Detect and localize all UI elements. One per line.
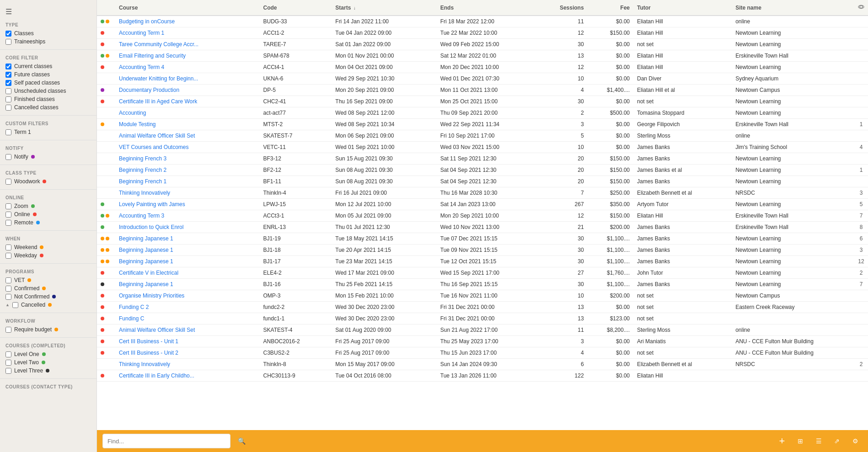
table-row[interactable]: Beginning French 2BF2-12Sun 08 Aug 2021 … — [97, 165, 868, 176]
settings-button[interactable]: ⚙ — [848, 434, 863, 448]
table-row[interactable]: Taree Community College Accr...TAREE-7Sa… — [97, 39, 868, 50]
row-course-name[interactable]: Organise Ministry Priorities — [115, 290, 260, 302]
sidebar-item-weekday[interactable]: Weekday — [5, 251, 91, 260]
remote-checkbox[interactable] — [5, 220, 11, 226]
col-starts[interactable]: Starts ↓ — [332, 0, 436, 16]
sidebar-item-require-budget[interactable]: Require budget — [5, 325, 91, 334]
woodwork-checkbox[interactable] — [5, 179, 11, 185]
row-course-name[interactable]: Thinking Innovatively — [115, 187, 260, 199]
row-course-name[interactable]: VET Courses and Outcomes — [115, 142, 260, 153]
sidebar-item-notify[interactable]: Notify — [5, 153, 91, 161]
row-course-name[interactable]: Beginning Japanese 1 — [115, 233, 260, 245]
row-course-name[interactable]: Funding C 2 — [115, 302, 260, 313]
zoom-checkbox[interactable] — [5, 203, 11, 209]
table-row[interactable]: Beginning Japanese 1BJ1-17Tue 23 Mar 202… — [97, 256, 868, 267]
table-row[interactable]: Certificate V in ElectricalELE4-2Wed 17 … — [97, 267, 868, 279]
sidebar-item-level-two[interactable]: Level Two — [5, 358, 91, 367]
col-code[interactable]: Code — [260, 0, 332, 16]
table-row[interactable]: Cert III Business - Unit 1ANBOC2016-2Fri… — [97, 336, 868, 347]
level-one-checkbox[interactable] — [5, 351, 11, 357]
sidebar-item-confirmed[interactable]: Confirmed — [5, 284, 91, 292]
table-row[interactable]: Cert III Business - Unit 2C3BUS2-2Fri 25… — [97, 347, 868, 359]
row-course-name[interactable]: Documentary Production — [115, 85, 260, 96]
list-view-button[interactable]: ☰ — [811, 434, 826, 448]
cancelled-checkbox[interactable] — [5, 105, 11, 111]
col-course[interactable]: Course — [115, 0, 260, 16]
finished-checkbox[interactable] — [5, 96, 11, 102]
search-input[interactable] — [102, 434, 230, 448]
unscheduled-checkbox[interactable] — [5, 88, 11, 94]
vet-checkbox[interactable] — [5, 277, 11, 283]
table-row[interactable]: Beginning Japanese 1BJ1-16Thu 25 Feb 202… — [97, 279, 868, 290]
search-icon-btn[interactable]: 🔍 — [234, 434, 249, 448]
table-row[interactable]: Introduction to Quick EnrolENRL-13Thu 01… — [97, 222, 868, 233]
sidebar-item-term1[interactable]: Term 1 — [5, 128, 91, 136]
row-course-name[interactable]: Animal Welfare Officer Skill Set — [115, 130, 260, 142]
sidebar-item-not-confirmed[interactable]: Not Confirmed — [5, 292, 91, 301]
table-row[interactable]: Animal Welfare Officer Skill SetSKATEST-… — [97, 324, 868, 336]
row-course-name[interactable]: Beginning Japanese 1 — [115, 279, 260, 290]
row-course-name[interactable]: Beginning French 2 — [115, 165, 260, 176]
sidebar-item-online[interactable]: Online — [5, 210, 91, 218]
table-row[interactable]: Funding C 2fundc2-2Wed 30 Dec 2020 23:00… — [97, 302, 868, 313]
col-sessions[interactable]: Sessions — [541, 0, 587, 16]
term1-checkbox[interactable] — [5, 129, 11, 135]
weekday-checkbox[interactable] — [5, 253, 11, 259]
row-course-name[interactable]: Funding C — [115, 313, 260, 324]
row-course-name[interactable]: Lovely Painting with James — [115, 199, 260, 210]
weekend-checkbox[interactable] — [5, 245, 11, 250]
self-paced-checkbox[interactable] — [5, 80, 11, 86]
row-course-name[interactable]: Accounting Term 3 — [115, 210, 260, 222]
table-row[interactable]: Organise Ministry PrioritiesOMP-3Mon 15 … — [97, 290, 868, 302]
row-course-name[interactable]: Underwater Knitting for Beginn... — [115, 73, 260, 85]
sidebar-item-weekend[interactable]: Weekend — [5, 243, 91, 251]
row-course-name[interactable]: Introduction to Quick Enrol — [115, 222, 260, 233]
row-course-name[interactable]: Accounting — [115, 107, 260, 119]
row-course-name[interactable]: Email Filtering and Security — [115, 50, 260, 62]
table-row[interactable]: Accounting Term 4ACCt4-1Mon 04 Oct 2021 … — [97, 62, 868, 73]
sidebar-item-level-three[interactable]: Level Three — [5, 367, 91, 375]
col-fee[interactable]: Fee — [588, 0, 633, 16]
confirmed-checkbox[interactable] — [5, 286, 11, 292]
sidebar-item-unscheduled[interactable]: Unscheduled classes — [5, 87, 91, 95]
cancelled-program-checkbox[interactable] — [12, 302, 18, 308]
sidebar-item-level-one[interactable]: Level One — [5, 350, 91, 358]
table-row[interactable]: Lovely Painting with JamesLPWJ-15Mon 12 … — [97, 199, 868, 210]
row-course-name[interactable]: Budgeting in onCourse — [115, 16, 260, 27]
row-course-name[interactable]: Taree Community College Accr... — [115, 39, 260, 50]
row-course-name[interactable]: Accounting Term 1 — [115, 27, 260, 39]
table-row[interactable]: Accounting Term 1ACCt1-2Tue 04 Jan 2022 … — [97, 27, 868, 39]
current-classes-checkbox[interactable] — [5, 64, 11, 69]
row-course-name[interactable]: Cert III Business - Unit 2 — [115, 347, 260, 359]
table-row[interactable]: Beginning Japanese 1BJ1-19Tue 18 May 202… — [97, 233, 868, 245]
table-row[interactable]: Thinking InnovativelyThinkIn-8Mon 15 May… — [97, 359, 868, 370]
sidebar-item-current-classes[interactable]: Current classes — [5, 62, 91, 70]
table-row[interactable]: Module TestingMTST-2Wed 08 Sep 2021 10:3… — [97, 119, 868, 130]
table-row[interactable]: Certificate III in Early Childho...CHC30… — [97, 370, 868, 382]
row-course-name[interactable]: Thinking Innovatively — [115, 359, 260, 370]
table-row[interactable]: Funding Cfundc1-1Wed 30 Dec 2020 23:00Fr… — [97, 313, 868, 324]
require-budget-checkbox[interactable] — [5, 327, 11, 333]
future-classes-checkbox[interactable] — [5, 72, 11, 78]
table-row[interactable]: VET Courses and OutcomesVETC-11Wed 01 Se… — [97, 142, 868, 153]
hamburger-menu-icon[interactable]: ☰ — [5, 7, 12, 16]
classes-checkbox[interactable] — [5, 31, 11, 37]
sidebar-item-self-paced[interactable]: Self paced classes — [5, 79, 91, 87]
col-tutor[interactable]: Tutor — [633, 0, 732, 16]
sidebar-item-zoom[interactable]: Zoom — [5, 202, 91, 210]
row-course-name[interactable]: Certificate III in Early Childho... — [115, 370, 260, 382]
not-confirmed-checkbox[interactable] — [5, 294, 11, 300]
table-row[interactable]: Budgeting in onCourseBUDG-33Fri 14 Jan 2… — [97, 16, 868, 27]
row-course-name[interactable]: Beginning French 1 — [115, 176, 260, 187]
sidebar-item-future-classes[interactable]: Future classes — [5, 70, 91, 79]
row-course-name[interactable]: Certificate V in Electrical — [115, 267, 260, 279]
row-course-name[interactable]: Beginning Japanese 1 — [115, 245, 260, 256]
table-row[interactable]: Accounting Term 3ACCt3-1Mon 05 Jul 2021 … — [97, 210, 868, 222]
share-button[interactable]: ⇗ — [830, 434, 844, 448]
table-row[interactable]: Certificate III in Aged Care WorkCHC2-41… — [97, 96, 868, 107]
traineeships-checkbox[interactable] — [5, 39, 11, 45]
online-checkbox[interactable] — [5, 212, 11, 218]
row-course-name[interactable]: Beginning French 3 — [115, 153, 260, 165]
table-row[interactable]: Accountingact-act77Wed 08 Sep 2021 12:00… — [97, 107, 868, 119]
sidebar-item-classes[interactable]: Classes — [5, 29, 91, 37]
